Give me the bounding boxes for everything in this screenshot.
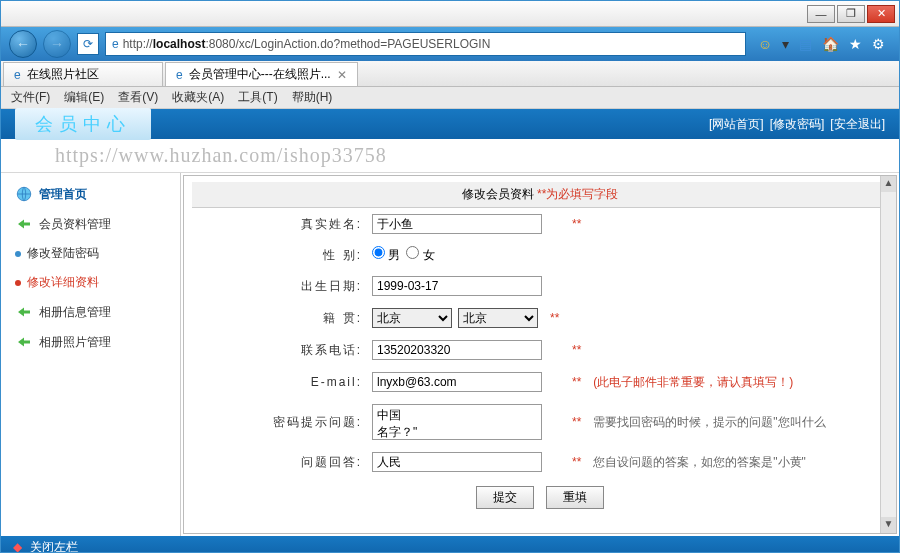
tab-community[interactable]: e在线照片社区 (3, 62, 163, 86)
toolbar-icons: ☺ ▾ ▤ 🏠 ★ ⚙ (752, 36, 891, 52)
sync-icon[interactable]: ▤ (799, 36, 812, 52)
ie-icon: e (112, 37, 119, 51)
radio-female-label: 女 (423, 248, 435, 262)
reset-button[interactable]: 重填 (546, 486, 604, 509)
close-button[interactable]: ✕ (867, 5, 895, 23)
url-rest: :8080/xc/LoginAction.do?method=PAGEUSERL… (205, 37, 490, 51)
label-birth: 出生日期: (192, 278, 372, 295)
input-phone[interactable] (372, 340, 542, 360)
scroll-up-icon[interactable]: ▲ (881, 176, 896, 192)
header-links: [网站首页] [修改密码] [安全退出] (709, 116, 885, 133)
url-host: localhost (153, 37, 206, 51)
ie-icon: e (14, 68, 21, 82)
main-panel: 修改会员资料 **为必填写字段 真实姓名: ** 性 别: 男 女 出生日期: … (183, 175, 897, 534)
label-name: 真实姓名: (192, 216, 372, 233)
link-logout[interactable]: [安全退出] (830, 116, 885, 133)
select-city[interactable]: 北京 (458, 308, 538, 328)
tab-label: 会员管理中心---在线照片... (189, 66, 331, 83)
star-icon[interactable]: ★ (849, 36, 862, 52)
sidebar-label: 修改登陆密码 (27, 245, 99, 262)
sidebar-item-password[interactable]: 修改登陆密码 (7, 239, 174, 268)
sidebar-head[interactable]: 管理首页 (7, 179, 174, 209)
label-place: 籍 贯: (192, 310, 372, 327)
required-star: ** (572, 375, 581, 389)
menu-bar: 文件(F) 编辑(E) 查看(V) 收藏夹(A) 工具(T) 帮助(H) (1, 87, 899, 109)
required-star: ** (572, 455, 581, 469)
menu-tools[interactable]: 工具(T) (238, 89, 277, 106)
url-scheme: http:// (123, 37, 153, 51)
radio-male[interactable] (372, 246, 385, 259)
menu-edit[interactable]: 编辑(E) (64, 89, 104, 106)
radio-female[interactable] (406, 246, 419, 259)
row-phone: 联系电话: ** (192, 334, 888, 366)
row-name: 真实姓名: ** (192, 208, 888, 240)
row-gender: 性 别: 男 女 (192, 240, 888, 270)
input-question[interactable] (372, 404, 542, 440)
submit-button[interactable]: 提交 (476, 486, 534, 509)
watermark: https://www.huzhan.com/ishop33758 (1, 139, 899, 173)
label-email: E-mail: (192, 375, 372, 389)
required-star: ** (572, 415, 581, 429)
arrow-icon (15, 215, 33, 233)
row-answer: 问题回答: **您自设问题的答案，如您的答案是"小黄" (192, 446, 888, 478)
home-icon[interactable]: 🏠 (822, 36, 839, 52)
footer-close-sidebar[interactable]: 关闭左栏 (30, 539, 78, 554)
back-button[interactable]: ← (9, 30, 37, 58)
sidebar-item-album-photo[interactable]: 相册照片管理 (7, 327, 174, 357)
radio-female-wrap[interactable]: 女 (406, 246, 434, 264)
menu-help[interactable]: 帮助(H) (292, 89, 333, 106)
radio-male-label: 男 (388, 248, 400, 262)
ie-icon: e (176, 68, 183, 82)
sidebar: 管理首页 会员资料管理 修改登陆密码 修改详细资料 相册信息管理 相册照片管理 (1, 173, 181, 536)
hint-question: 需要找回密码的时候，提示的问题"您叫什么 (593, 414, 825, 431)
site-logo: 会员中心 (15, 108, 151, 140)
sidebar-label: 修改详细资料 (27, 274, 99, 291)
sidebar-item-profile[interactable]: 会员资料管理 (7, 209, 174, 239)
forward-button[interactable]: → (43, 30, 71, 58)
minimize-button[interactable]: — (807, 5, 835, 23)
bullet-icon (15, 251, 21, 257)
menu-favorites[interactable]: 收藏夹(A) (172, 89, 224, 106)
row-place: 籍 贯: 北京 北京 ** (192, 302, 888, 334)
menu-file[interactable]: 文件(F) (11, 89, 50, 106)
required-star: ** (550, 311, 559, 325)
input-answer[interactable] (372, 452, 542, 472)
radio-male-wrap[interactable]: 男 (372, 246, 400, 264)
gear-icon[interactable]: ⚙ (872, 36, 885, 52)
row-question: 密码提示问题: **需要找回密码的时候，提示的问题"您叫什么 (192, 398, 888, 446)
menu-view[interactable]: 查看(V) (118, 89, 158, 106)
page-header: 会员中心 [网站首页] [修改密码] [安全退出] (1, 109, 899, 139)
form-title-text: 修改会员资料 (462, 187, 534, 201)
label-gender: 性 别: (192, 247, 372, 264)
refresh-button[interactable]: ⟳ (77, 33, 99, 55)
dropdown-icon[interactable]: ▾ (782, 36, 789, 52)
form-title: 修改会员资料 **为必填写字段 (192, 182, 888, 208)
select-province[interactable]: 北京 (372, 308, 452, 328)
input-email[interactable] (372, 372, 542, 392)
close-tab-icon[interactable]: ✕ (337, 68, 347, 82)
link-home[interactable]: [网站首页] (709, 116, 764, 133)
arrow-icon (15, 333, 33, 351)
sidebar-label: 相册信息管理 (39, 304, 111, 321)
scrollbar[interactable]: ▲ ▼ (880, 176, 896, 533)
tab-bar: e在线照片社区 e会员管理中心---在线照片...✕ (1, 61, 899, 87)
footer-bar: ◆ 关闭左栏 (1, 536, 899, 553)
maximize-button[interactable]: ❐ (837, 5, 865, 23)
scroll-down-icon[interactable]: ▼ (881, 517, 896, 533)
url-bar[interactable]: e http://localhost:8080/xc/LoginAction.d… (105, 32, 746, 56)
sidebar-item-detail[interactable]: 修改详细资料 (7, 268, 174, 297)
label-phone: 联系电话: (192, 342, 372, 359)
form-buttons: 提交 重填 (192, 478, 888, 517)
hint-answer: 您自设问题的答案，如您的答案是"小黄" (593, 454, 806, 471)
sidebar-label: 相册照片管理 (39, 334, 111, 351)
input-name[interactable] (372, 214, 542, 234)
required-star: ** (572, 217, 581, 231)
bullet-icon (15, 280, 21, 286)
sidebar-item-album-info[interactable]: 相册信息管理 (7, 297, 174, 327)
required-star: ** (572, 343, 581, 357)
label-answer: 问题回答: (192, 454, 372, 471)
emoji-icon[interactable]: ☺ (758, 36, 772, 52)
tab-member-center[interactable]: e会员管理中心---在线照片...✕ (165, 62, 358, 86)
input-birth[interactable] (372, 276, 542, 296)
link-password[interactable]: [修改密码] (770, 116, 825, 133)
